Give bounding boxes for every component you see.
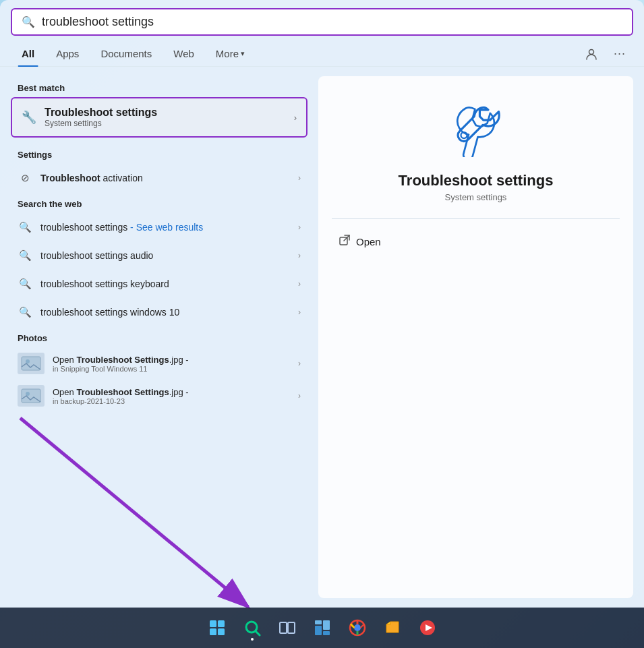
svg-point-4 — [26, 392, 30, 396]
web-chevron-0: › — [298, 223, 301, 232]
best-match-info: Troubleshoot settings System settings — [45, 107, 286, 128]
web-item-text-3: troubleshoot settings windows 10 — [40, 307, 290, 318]
taskbar-search-button[interactable] — [238, 614, 266, 642]
taskbar-chrome-button[interactable] — [343, 614, 372, 642]
chevron-down-icon: ▾ — [241, 49, 245, 58]
taskbar-taskview-button[interactable] — [273, 614, 301, 642]
photo-item-1[interactable]: Open Troubleshoot Settings.jpg - in back… — [11, 380, 308, 412]
account-icon-btn[interactable] — [581, 43, 602, 65]
web-search-label: Search the web — [11, 192, 308, 213]
taskbar-search-icon — [243, 619, 261, 637]
detail-wrench-icon — [442, 96, 510, 157]
ellipsis-icon: ··· — [614, 47, 626, 61]
svg-point-22 — [354, 624, 361, 631]
taskbar-files-button[interactable] — [378, 614, 407, 642]
tab-more[interactable]: More ▾ — [205, 41, 256, 66]
photo-chevron-0: › — [298, 359, 301, 368]
web-item-text-2: troubleshoot settings keyboard — [40, 278, 290, 289]
svg-point-2 — [26, 359, 30, 363]
taskbar-widgets-button[interactable] — [308, 614, 336, 642]
photo-chevron-1: › — [298, 391, 301, 401]
web-search-icon-1: 🔍 — [18, 248, 32, 263]
svg-point-0 — [589, 49, 594, 54]
taskbar — [0, 608, 644, 648]
web-item-2[interactable]: 🔍 troubleshoot settings keyboard › — [11, 270, 308, 298]
svg-rect-3 — [22, 389, 40, 403]
web-search-icon-2: 🔍 — [18, 276, 32, 291]
chrome-icon — [349, 619, 366, 637]
detail-title: Troubleshoot settings — [399, 172, 554, 189]
photo-sub-1: in backup-2021-10-23 — [53, 397, 290, 405]
taskview-icon — [279, 619, 296, 637]
photo-thumb-0 — [18, 353, 45, 374]
open-label: Open — [356, 236, 381, 247]
open-external-icon — [339, 234, 351, 249]
widgets-icon — [314, 619, 331, 637]
external-link-icon — [339, 234, 351, 246]
svg-rect-12 — [218, 628, 225, 635]
web-chevron-2: › — [298, 279, 301, 289]
detail-subtitle: System settings — [445, 192, 507, 202]
tab-web[interactable]: Web — [163, 41, 205, 66]
svg-rect-15 — [280, 622, 287, 633]
account-icon — [585, 47, 598, 61]
web-search-icon-0: 🔍 — [18, 220, 32, 235]
search-bar[interactable]: 🔍 troubleshoot settings — [11, 8, 633, 36]
windows-icon — [208, 619, 226, 637]
svg-rect-17 — [315, 620, 322, 624]
detail-icon-area — [442, 96, 510, 160]
taskbar-start-button[interactable] — [203, 614, 231, 642]
photo-info-1: Open Troubleshoot Settings.jpg - in back… — [53, 387, 290, 405]
settings-item-activation[interactable]: ⊘ Troubleshoot activation › — [11, 164, 308, 192]
web-chevron-3: › — [298, 307, 301, 317]
photo-title-0: Open Troubleshoot Settings.jpg - — [53, 355, 290, 365]
main-content: Best match 🔧 Troubleshoot settings Syste… — [0, 67, 644, 608]
web-chevron-1: › — [298, 251, 301, 260]
svg-rect-16 — [288, 622, 295, 633]
settings-item-text: Troubleshoot activation — [40, 173, 290, 183]
photo-sub-0: in Snipping Tool Windows 11 — [53, 365, 290, 373]
tab-documents[interactable]: Documents — [90, 41, 163, 66]
svg-rect-18 — [315, 626, 322, 635]
settings-item-icon: ⊘ — [18, 171, 32, 185]
best-match-label: Best match — [11, 76, 308, 97]
web-item-0[interactable]: 🔍 troubleshoot settings - See web result… — [11, 213, 308, 241]
wrench-small-icon: 🔧 — [22, 110, 36, 125]
best-match-item[interactable]: 🔧 Troubleshoot settings System settings … — [11, 97, 308, 138]
web-search-icon-3: 🔍 — [18, 305, 32, 320]
detail-divider — [332, 218, 620, 219]
svg-rect-20 — [323, 631, 330, 635]
right-panel: Troubleshoot settings System settings Op… — [318, 76, 633, 598]
web-item-text-0: troubleshoot settings - See web results — [40, 222, 290, 233]
photo-info-0: Open Troubleshoot Settings.jpg - in Snip… — [53, 355, 290, 373]
open-button[interactable]: Open — [332, 230, 620, 253]
search-input[interactable]: troubleshoot settings — [42, 15, 622, 29]
photo-item-0[interactable]: Open Troubleshoot Settings.jpg - in Snip… — [11, 347, 308, 380]
photo-preview-1 — [21, 388, 41, 403]
tabs-bar: All Apps Documents Web More ▾ ··· — [0, 41, 644, 67]
taskbar-extra-app-button[interactable] — [413, 614, 442, 642]
svg-line-14 — [256, 631, 260, 635]
svg-rect-1 — [22, 357, 40, 370]
files-icon — [384, 619, 401, 637]
photos-section-label: Photos — [11, 326, 308, 347]
photo-preview-0 — [21, 356, 41, 371]
settings-chevron: › — [298, 173, 301, 183]
web-item-1[interactable]: 🔍 troubleshoot settings audio › — [11, 241, 308, 270]
best-match-title: Troubleshoot settings — [45, 107, 286, 119]
svg-rect-19 — [323, 620, 330, 630]
web-item-3[interactable]: 🔍 troubleshoot settings windows 10 › — [11, 298, 308, 326]
extra-app-icon — [419, 619, 436, 637]
search-overlay: 🔍 troubleshoot settings All Apps Documen… — [0, 0, 644, 608]
settings-section-label: Settings — [11, 143, 308, 164]
svg-rect-10 — [218, 620, 225, 627]
tab-apps[interactable]: Apps — [45, 41, 90, 66]
svg-rect-11 — [210, 628, 216, 635]
left-panel: Best match 🔧 Troubleshoot settings Syste… — [11, 76, 308, 598]
svg-rect-9 — [210, 620, 216, 627]
more-options-btn[interactable]: ··· — [609, 43, 631, 65]
tab-all[interactable]: All — [11, 41, 45, 66]
web-item-text-1: troubleshoot settings audio — [40, 250, 290, 261]
photo-thumb-1 — [18, 385, 45, 407]
search-icon: 🔍 — [22, 16, 35, 28]
